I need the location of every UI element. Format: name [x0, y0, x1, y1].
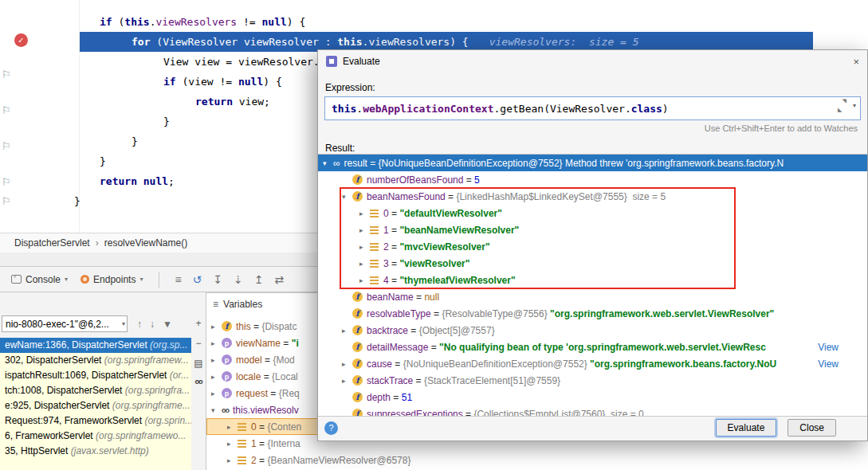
bookmark-flag-icon[interactable]: ⚐	[2, 140, 11, 152]
breakpoint-icon[interactable]: ✓	[14, 33, 28, 47]
tree-row[interactable]: ▾fbeanNamesFound = {LinkedHashMap$Linked…	[318, 188, 867, 205]
expand-expression-icon[interactable]	[838, 101, 846, 110]
tree-row[interactable]: ▾∞result = {NoUniqueBeanDefinitionExcept…	[318, 155, 867, 171]
chevron-right-icon[interactable]: ▸	[342, 377, 352, 385]
stack-frame-row[interactable]: tch:1008, DispatcherServlet (org.springf…	[0, 383, 191, 398]
step-down-icon[interactable]: ↧	[207, 273, 228, 286]
chevron-down-icon[interactable]: ▾	[342, 193, 352, 201]
collection-item-icon	[238, 440, 246, 448]
remove-watch-icon[interactable]: −	[195, 338, 201, 349]
chevron-right-icon[interactable]: ▸	[359, 276, 370, 284]
filter-frames-icon[interactable]: ▼	[161, 319, 174, 330]
frame-package: (org.springframe...	[112, 400, 190, 411]
stack-frames-list[interactable]: ewName:1366, DispatcherServlet (org.sp..…	[0, 338, 191, 470]
tree-row[interactable]: ▸fstackTrace = {StackTraceElement[51]@75…	[318, 372, 867, 389]
chevron-right-icon[interactable]: ▸	[227, 440, 238, 448]
prev-frame-icon[interactable]: ↑	[136, 319, 143, 330]
collection-item-icon	[370, 243, 379, 251]
close-button[interactable]: Close	[787, 419, 836, 437]
stack-frame-row[interactable]: Request:974, FrameworkServlet (org.sprin…	[0, 413, 191, 429]
tab-endpoints[interactable]: Endpoints▾	[74, 272, 149, 288]
tree-row[interactable]: ▸fcause = {NoUniqueBeanDefinitionExcepti…	[318, 355, 867, 372]
result-tree[interactable]: ▾∞result = {NoUniqueBeanDefinitionExcept…	[318, 154, 867, 417]
switch-frames-icon[interactable]: ⇄	[269, 273, 290, 286]
variables-view-icon: ≡	[213, 299, 218, 310]
show-watches-icon[interactable]: oo	[195, 378, 202, 386]
chevron-right-icon[interactable]: ▸	[359, 243, 370, 251]
frame-package: (or...	[170, 370, 189, 381]
stack-frame-row[interactable]: ewName:1366, DispatcherServlet (org.sp..…	[0, 338, 191, 353]
breadcrumb-method[interactable]: resolveViewName()	[104, 237, 187, 249]
chevron-down-icon[interactable]: ▾	[211, 406, 222, 414]
layout-settings-icon[interactable]: ≡	[169, 273, 187, 286]
chevron-right-icon[interactable]: ▸	[342, 327, 352, 335]
stack-frame-row[interactable]: 35, HttpServlet (javax.servlet.http)	[0, 444, 191, 459]
stack-frame-row[interactable]: 6, FrameworkServlet (org.springframewo..…	[0, 429, 191, 444]
expression-history-chevron-icon[interactable]: ▾	[853, 102, 856, 109]
help-button[interactable]: ?	[324, 421, 338, 435]
code-line: }	[100, 151, 106, 171]
bookmark-flag-icon[interactable]: ⚐	[2, 104, 11, 116]
tree-row[interactable]: fdepth = 51	[318, 389, 867, 405]
chevron-right-icon[interactable]: ▸	[211, 339, 222, 347]
result-icon: ∞	[333, 158, 340, 169]
field-icon: f	[352, 358, 363, 369]
add-watch-icon[interactable]: +	[195, 318, 201, 329]
step-up-icon[interactable]: ↥	[249, 273, 269, 286]
toolbar-icons: ≡↺↧⇣↥⇄	[169, 273, 289, 286]
stack-frame-row[interactable]: 302, DispatcherServlet (org.springframew…	[0, 353, 191, 368]
collection-item-icon	[238, 423, 246, 431]
code-line: View view = viewResolver.	[163, 52, 320, 72]
chevron-right-icon[interactable]: ▸	[342, 360, 352, 368]
next-frame-icon[interactable]: ↓	[148, 319, 156, 330]
tab-console[interactable]: Console▾	[5, 272, 74, 288]
tree-row[interactable]: ▸4 = "thymeleafViewResolver"	[318, 272, 867, 288]
close-icon[interactable]: ×	[853, 56, 859, 68]
chevron-right-icon[interactable]: ▸	[211, 356, 222, 364]
evaluate-dialog-icon	[326, 56, 337, 67]
bookmark-flag-icon[interactable]: ⚐	[2, 195, 11, 207]
collection-item-icon	[370, 276, 379, 284]
tree-row[interactable]: ▸0 = "defaultViewResolver"	[318, 205, 867, 221]
breadcrumb-class[interactable]: DispatcherServlet	[14, 237, 90, 249]
view-link[interactable]: View	[811, 358, 839, 370]
copy-icon[interactable]: ▤	[194, 358, 202, 369]
chevron-right-icon[interactable]: ▸	[211, 323, 222, 331]
tree-row[interactable]: fnumberOfBeansFound = 5	[318, 171, 867, 188]
field-icon: f	[352, 191, 363, 202]
tree-row[interactable]: ▸1 = "beanNameViewResolver"	[318, 221, 867, 238]
tree-row[interactable]: ▸fbacktrace = {Object[5]@7557}	[318, 322, 867, 339]
parameter-icon: p	[222, 371, 232, 382]
chevron-right-icon[interactable]: ▸	[227, 423, 238, 431]
chevron-right-icon[interactable]: ▸	[227, 456, 238, 464]
field-icon: f	[352, 292, 363, 302]
tree-row[interactable]: fbeanName = null	[318, 288, 867, 305]
tree-row[interactable]: ▸2 = "mvcViewResolver"	[318, 238, 867, 255]
chevron-right-icon[interactable]: ▸	[359, 210, 370, 217]
view-link[interactable]: View	[811, 342, 839, 353]
thread-selector-value: nio-8080-exec-1"@6,2...	[6, 319, 109, 330]
chevron-right-icon[interactable]: ▸	[211, 390, 222, 398]
chevron-right-icon[interactable]: ▸	[211, 373, 222, 381]
thread-selector-dropdown[interactable]: nio-8080-exec-1"@6,2... ▾	[2, 315, 128, 332]
tree-row[interactable]: ▸2 = {BeanNameViewResolver@6578}	[206, 452, 868, 468]
expression-input[interactable]: this.webApplicationContext.getBean(ViewR…	[324, 96, 861, 120]
variables-title: Variables	[223, 299, 262, 310]
chevron-down-icon[interactable]: ▾	[323, 159, 333, 167]
bookmark-flag-icon[interactable]: ⚐	[2, 69, 11, 80]
evaluate-button[interactable]: Evaluate	[716, 419, 777, 437]
toolbar-separator	[159, 272, 159, 288]
rerun-icon[interactable]: ↺	[187, 273, 208, 286]
stack-frame-row[interactable]: ispatchResult:1069, DispatcherServlet (o…	[0, 368, 191, 383]
tree-row[interactable]: fdetailMessage = "No qualifying bean of …	[318, 339, 867, 355]
tree-row[interactable]: fresolvableType = {ResolvableType@7556} …	[318, 305, 867, 322]
chevron-right-icon[interactable]: ▸	[359, 226, 370, 234]
dialog-titlebar[interactable]: Evaluate ×	[318, 50, 867, 72]
chevron-down-icon: ▾	[122, 320, 125, 327]
fetch-icon[interactable]: ⇣	[228, 273, 249, 286]
chevron-right-icon[interactable]: ▸	[359, 260, 370, 268]
tree-row[interactable]: ▸3 = "viewResolver"	[318, 255, 867, 272]
bookmark-flag-icon[interactable]: ⚐	[2, 176, 11, 188]
field-icon: f	[222, 321, 232, 331]
stack-frame-row[interactable]: e:925, DispatcherServlet (org.springfram…	[0, 398, 191, 413]
